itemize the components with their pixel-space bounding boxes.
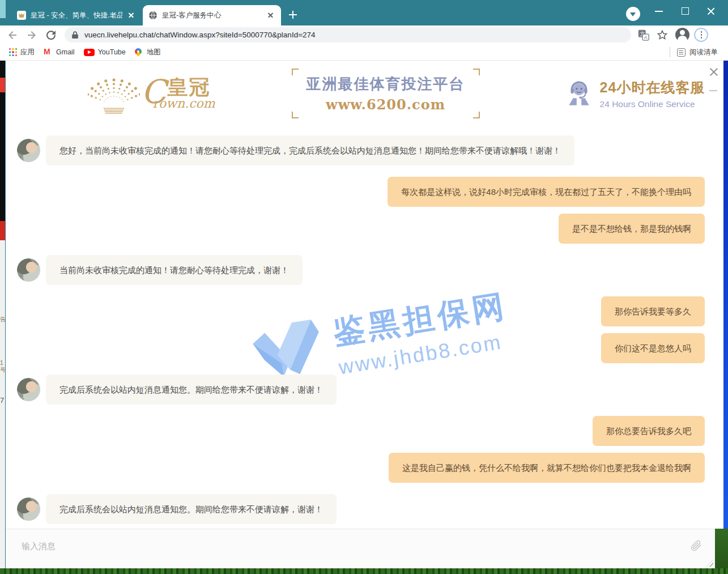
message-list: 您好，当前尚未收审核完成的通知！请您耐心等待处理完成，完成后系统会以站内短消息通… (6, 124, 723, 524)
tab-close-icon[interactable] (127, 11, 136, 20)
chat-message-row: 当前尚未收审核完成的通知！请您耐心等待处理完成，谢谢！ (6, 255, 723, 285)
tab-customer-service[interactable]: 皇冠-客户服务中心 (143, 5, 281, 25)
crown-dots-icon (88, 70, 140, 117)
window-close-button[interactable] (698, 0, 724, 22)
separator (670, 47, 670, 57)
chat-message-row: 每次都是这样说，说好48小时完成审核，现在都过了五天了，不能换个理由吗 (6, 177, 723, 207)
bookmark-label: YouTube (98, 48, 126, 56)
back-icon[interactable] (6, 28, 19, 42)
corner-bracket (473, 69, 480, 75)
chat-window-page: C 皇冠 rown.com 亚洲最佳体育投注平台 www.6200.com (0, 61, 728, 568)
logo-chinese: 皇冠 (167, 77, 215, 97)
profile-avatar-icon[interactable] (675, 28, 689, 42)
bookmark-label: 应用 (20, 48, 35, 57)
bookmark-youtube[interactable]: YouTube (84, 48, 126, 56)
url-text: vuecn.livehelpu.chat/chatWindow.aspx?sit… (84, 31, 316, 39)
bookmarks-bar: 应用 Gmail YouTube 地图 阅读清单 (0, 44, 728, 61)
youtube-icon (84, 49, 95, 56)
chat-message-row: 您好，当前尚未收审核完成的通知！请您耐心等待处理完成，完成后系统会以站内短消息通… (6, 135, 723, 165)
background-window-fragment: 告 1号 7 (0, 61, 6, 568)
user-message-bubble: 那你告诉我要等多久 (601, 296, 705, 326)
tab-search-icon[interactable] (626, 7, 640, 21)
slogan-banner: 亚洲最佳体育投注平台 www.6200.com (292, 69, 480, 118)
user-message-bubble: 这是我自己赢的钱，凭什么不给我啊，就算不想给你们也要把我本金退给我啊 (389, 453, 705, 483)
chat-message-row: 完成后系统会以站内短消息通知您。期间给您带来不便请谅解，谢谢！ (6, 494, 723, 524)
chat-message-row: 这是我自己赢的钱，凭什么不给我啊，就算不想给你们也要把我本金退给我啊 (6, 453, 723, 483)
user-message-bubble: 每次都是这样说，说好48小时完成审核，现在都过了五天了，不能换个理由吗 (388, 177, 705, 207)
edge-text-fragment: 7 (0, 396, 4, 405)
attachment-paperclip-icon[interactable] (690, 539, 703, 552)
address-bar[interactable]: vuecn.livehelpu.chat/chatWindow.aspx?sit… (65, 27, 631, 42)
window-minimize-button[interactable] (646, 0, 672, 22)
agent-avatar (17, 139, 40, 162)
chat-header: C 皇冠 rown.com 亚洲最佳体育投注平台 www.6200.com (6, 65, 723, 122)
forward-icon[interactable] (25, 28, 39, 42)
message-input-bar (6, 529, 715, 568)
tab-close-icon[interactable] (266, 11, 275, 20)
agent-message-bubble: 当前尚未收审核完成的通知！请您耐心等待处理完成，谢谢！ (46, 255, 303, 285)
edge-text-fragment: 1号 (0, 360, 6, 374)
chat-message-row: 是不是不想给钱，那是我的钱啊 (6, 214, 723, 244)
corner-bracket (292, 112, 299, 118)
chat-message-row: 那你总要告诉我多久吧 (6, 416, 723, 446)
corner-bracket (473, 112, 480, 118)
reading-list-label[interactable]: 阅读清单 (689, 48, 718, 57)
reading-list-icon (677, 48, 686, 57)
corner-bracket (292, 69, 299, 75)
browser-titlebar: 皇冠 - 安全、简单、快捷.老品牌. 皇冠-客户服务中心 (0, 0, 728, 25)
slogan-line2: www.6200.com (306, 96, 465, 113)
bookmark-apps[interactable]: 应用 (9, 48, 35, 57)
chat-message-row: 那你告诉我要等多久 (6, 296, 723, 326)
edge-text-fragment: 告 (0, 316, 6, 324)
chat-message-row: 你们这不是忽悠人吗 (6, 333, 723, 363)
background-window-fragment (0, 0, 6, 18)
bookmark-gmail[interactable]: Gmail (44, 48, 75, 56)
service-title: 24小时在线客服 (600, 78, 705, 97)
service-subtitle: 24 Hours Online Service (600, 99, 705, 109)
headset-agent-icon (565, 79, 593, 108)
message-input[interactable] (22, 537, 645, 554)
translate-icon[interactable]: 文 A (637, 29, 650, 41)
maps-pin-icon (133, 47, 143, 57)
red-badge-fragment (0, 78, 6, 92)
window-maximize-button[interactable] (672, 0, 698, 22)
lock-icon (71, 31, 79, 39)
agent-avatar (17, 498, 40, 521)
user-message-bubble: 那你总要告诉我多久吧 (593, 416, 705, 446)
logo-domain: rown.com (152, 96, 215, 110)
desktop-wallpaper-strip (0, 568, 728, 574)
crown-logo: C 皇冠 rown.com (88, 70, 215, 117)
globe-icon (148, 11, 157, 20)
agent-avatar (17, 258, 40, 282)
red-badge-fragment (0, 221, 6, 240)
apps-grid-icon (9, 48, 17, 56)
browser-menu-icon[interactable] (694, 28, 708, 42)
svg-text:A: A (644, 35, 648, 40)
tab-title: 皇冠-客户服务中心 (162, 11, 262, 20)
bookmark-star-icon[interactable] (656, 29, 669, 41)
background-window-fragment (723, 61, 728, 529)
bookmark-label: Gmail (56, 48, 75, 56)
new-tab-button[interactable] (287, 8, 299, 21)
user-message-bubble: 你们这不是忽悠人吗 (601, 333, 705, 363)
resize-grip[interactable] (706, 560, 713, 567)
desktop-wallpaper-fragment (715, 529, 728, 568)
slogan-line1: 亚洲最佳体育投注平台 (306, 74, 465, 94)
crown-favicon (17, 11, 26, 20)
agent-avatar (17, 378, 40, 401)
bookmark-label: 地图 (147, 48, 161, 57)
tab-crown-home[interactable]: 皇冠 - 安全、简单、快捷.老品牌. (11, 5, 142, 25)
service-24h: 24小时在线客服 24 Hours Online Service (565, 78, 705, 109)
agent-message-bubble: 完成后系统会以站内短消息通知您。期间给您带来不便请谅解，谢谢！ (46, 375, 337, 405)
user-message-bubble: 是不是不想给钱，那是我的钱啊 (559, 214, 705, 244)
agent-message-bubble: 您好，当前尚未收审核完成的通知！请您耐心等待处理完成，完成后系统会以站内短消息通… (46, 135, 574, 165)
agent-message-bubble: 完成后系统会以站内短消息通知您。期间给您带来不便请谅解，谢谢！ (46, 494, 337, 524)
bookmark-maps[interactable]: 地图 (135, 48, 161, 57)
chat-message-row: 完成后系统会以站内短消息通知您。期间给您带来不便请谅解，谢谢！ (6, 375, 723, 405)
browser-toolbar: vuecn.livehelpu.chat/chatWindow.aspx?sit… (0, 25, 728, 44)
gmail-icon (44, 49, 53, 56)
tab-title: 皇冠 - 安全、简单、快捷.老品牌. (31, 11, 122, 20)
reload-icon[interactable] (44, 28, 58, 42)
